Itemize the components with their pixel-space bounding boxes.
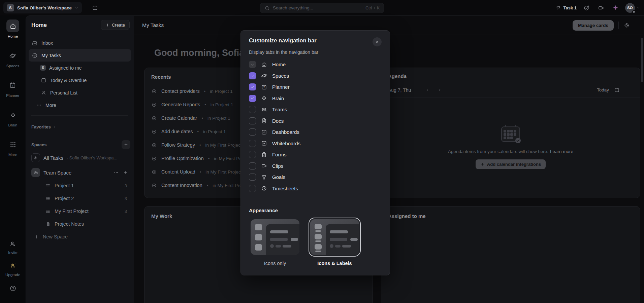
option-label: Icons & Labels xyxy=(309,261,361,266)
appearance-option-icons-only[interactable]: Icons only xyxy=(249,218,301,266)
tab-toggle-forms[interactable]: Forms xyxy=(249,149,382,160)
learn-more-link[interactable]: Learn more xyxy=(550,149,573,154)
dot-separator: • xyxy=(207,183,208,188)
recent-item-name: Content Innovation xyxy=(161,183,202,188)
check-circle-icon xyxy=(31,52,38,59)
dot-separator: • xyxy=(201,116,203,121)
create-button[interactable]: Create xyxy=(101,20,130,30)
sidebar-item-all-tasks[interactable]: All Tasks - Sofia Oliber's Workspa... xyxy=(29,151,131,164)
tab-label: Spaces xyxy=(272,73,289,79)
rail-item-spaces[interactable]: Spaces xyxy=(6,49,19,68)
upgrade-icon xyxy=(7,261,18,271)
tab-toggle-clips[interactable]: Clips xyxy=(249,160,382,172)
sidebar-item-personal-list[interactable]: Personal List xyxy=(29,86,131,99)
checkbox-unchecked[interactable] xyxy=(249,174,256,181)
sidebar-item-label: Assigned to me xyxy=(49,65,82,71)
user-menu[interactable]: SO xyxy=(625,3,640,13)
rail-item-help[interactable] xyxy=(7,283,18,294)
tab-toggle-brain[interactable]: Brain xyxy=(249,93,382,104)
checkbox-checked[interactable] xyxy=(249,95,256,102)
rail-item-upgrade[interactable]: Upgrade xyxy=(5,261,20,277)
sidebar-item-team-space[interactable]: Team Space xyxy=(29,166,131,179)
rail-label: Planner xyxy=(6,93,20,98)
plus-icon[interactable] xyxy=(123,170,128,175)
tab-toggle-teams[interactable]: Teams xyxy=(249,104,382,115)
tab-toggle-spaces[interactable]: Spaces xyxy=(249,70,382,82)
checkbox-unchecked[interactable] xyxy=(249,106,256,113)
checkbox-unchecked[interactable] xyxy=(249,185,256,192)
checkbox-checked[interactable] xyxy=(249,72,256,79)
record-clip-icon[interactable] xyxy=(596,3,606,12)
home-icon xyxy=(260,62,268,68)
chevron-right-icon[interactable] xyxy=(438,88,442,92)
rail-item-home[interactable]: Home xyxy=(6,20,19,38)
card-title: Assigned to me xyxy=(388,213,633,219)
sidebar-item-project-2[interactable]: Project 2 3 xyxy=(29,192,131,205)
target-icon xyxy=(151,142,157,148)
task-count: 3 xyxy=(125,196,127,201)
tab-toggle-goals[interactable]: Goals xyxy=(249,172,382,183)
sidebar-item-more[interactable]: More xyxy=(29,99,131,111)
planner-icon: 7 xyxy=(260,84,268,90)
sidebar-item-inbox[interactable]: Inbox xyxy=(29,37,131,49)
recent-item-context: in Project 1 xyxy=(203,129,226,134)
sidebar-item-today-overdue[interactable]: Today & Overdue xyxy=(29,74,131,86)
add-space-button[interactable] xyxy=(122,140,130,149)
rail-item-more[interactable]: More xyxy=(6,138,19,157)
dot-separator: • xyxy=(199,143,201,148)
workspace-switcher[interactable]: S Sofia Oliber's Workspace xyxy=(3,2,82,13)
close-button[interactable] xyxy=(373,37,382,46)
sidebar-item-project-1[interactable]: Project 1 3 xyxy=(29,179,131,192)
sidebar-item-my-first-project[interactable]: My First Project 3 xyxy=(29,205,131,218)
modal-divider xyxy=(249,200,382,200)
rail-item-planner[interactable]: 7 Planner xyxy=(6,79,20,98)
whiteboards-icon xyxy=(260,140,268,146)
agenda-empty-state: Agenda items from your calendars will sh… xyxy=(381,98,640,198)
gear-icon[interactable] xyxy=(623,22,630,29)
ai-brain-icon[interactable] xyxy=(611,3,620,12)
chevron-right-icon xyxy=(53,125,56,129)
manage-cards-button[interactable]: Manage cards xyxy=(573,20,614,31)
new-space-button[interactable]: New Space xyxy=(29,230,131,243)
tab-toggle-whiteboards[interactable]: Whiteboards xyxy=(249,138,382,149)
agenda-right: Today xyxy=(597,87,620,93)
sidebar-item-my-tasks[interactable]: My Tasks xyxy=(29,49,131,62)
rail-item-invite[interactable]: Invite xyxy=(7,238,18,255)
checkbox-checked[interactable] xyxy=(249,61,256,68)
rail-label: Brain xyxy=(8,123,18,127)
chevron-left-icon[interactable] xyxy=(425,88,429,92)
tab-toggle-timesheets[interactable]: Timesheets xyxy=(249,183,382,194)
active-task-indicator[interactable]: Task 1 xyxy=(556,5,577,10)
checkbox-unchecked[interactable] xyxy=(249,117,256,124)
appearance-option-icons-labels[interactable]: Icons & Labels xyxy=(309,218,361,266)
sidebar-nav: Inbox My Tasks S Assigned to me Today & … xyxy=(26,34,134,111)
create-task-icon[interactable] xyxy=(582,3,591,12)
home-icon xyxy=(6,20,19,32)
today-button[interactable]: Today xyxy=(597,87,609,92)
sidebar-item-assigned-to-me[interactable]: S Assigned to me xyxy=(29,62,131,74)
tab-toggle-docs[interactable]: Docs xyxy=(249,115,382,127)
checkbox-unchecked[interactable] xyxy=(249,140,256,147)
scrollbar[interactable] xyxy=(641,38,643,82)
calendar-icon[interactable] xyxy=(90,3,100,12)
checkbox-unchecked[interactable] xyxy=(249,128,256,136)
rail-label: Home xyxy=(8,34,18,38)
ellipsis-icon[interactable] xyxy=(114,170,119,175)
sidebar-item-project-notes[interactable]: Project Notes xyxy=(29,218,131,230)
global-search[interactable]: Ctrl + K xyxy=(260,3,384,13)
tab-toggle-planner[interactable]: 7 Planner xyxy=(249,81,382,93)
agenda-card: Agenda Aug 7, Thu Today xyxy=(381,68,640,198)
calendar-icon[interactable] xyxy=(614,87,620,93)
rail-item-brain[interactable]: Brain xyxy=(6,108,19,127)
favorites-section[interactable]: Favorites xyxy=(26,120,134,129)
checkbox-unchecked[interactable] xyxy=(249,151,256,158)
target-icon xyxy=(151,88,157,94)
checkbox-checked[interactable] xyxy=(249,83,256,90)
tab-toggle-dashboards[interactable]: Dashboards xyxy=(249,126,382,138)
checkbox-unchecked[interactable] xyxy=(249,162,256,169)
search-input[interactable] xyxy=(273,5,362,10)
modal-title: Customize navigation bar xyxy=(249,37,317,44)
add-calendar-integrations-button[interactable]: Add calendar integrations xyxy=(476,159,546,169)
tab-toggle-home[interactable]: Home xyxy=(249,59,382,70)
tab-label: Docs xyxy=(272,118,284,124)
